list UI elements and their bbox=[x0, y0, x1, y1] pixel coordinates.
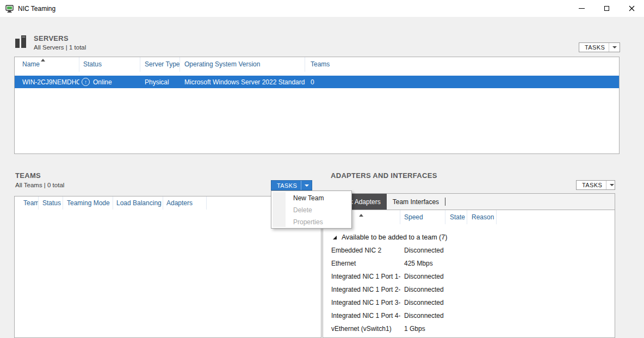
adapters-tabstrip: Network Adapters Team Interfaces bbox=[323, 193, 615, 210]
teams-subtitle: All Teams | 0 total bbox=[15, 182, 64, 188]
maximize-icon bbox=[604, 6, 609, 11]
server-os-version: Microsoft Windows Server 2022 Standard bbox=[180, 78, 305, 86]
servers-tasks-label: TASKS bbox=[585, 44, 605, 51]
tab-team-interfaces[interactable]: Team Interfaces bbox=[387, 194, 445, 210]
adapter-speed: 425 Mbps bbox=[400, 260, 433, 267]
menu-item-new-team[interactable]: New Team bbox=[271, 192, 351, 204]
servers-col-name[interactable]: Name bbox=[15, 57, 79, 72]
maximize-button[interactable] bbox=[594, 0, 619, 17]
menu-item-delete: Delete bbox=[271, 204, 351, 216]
server-teams-count: 0 bbox=[305, 78, 619, 86]
servers-stack-icon bbox=[15, 35, 28, 49]
adapter-name: Embedded NIC 2 bbox=[323, 247, 400, 254]
chevron-down-icon bbox=[609, 43, 620, 52]
adapters-col-reason[interactable]: Reason bbox=[467, 210, 497, 224]
expanded-group-triangle-icon bbox=[333, 236, 337, 239]
server-row[interactable]: WIN-2CJ9NEMDHO6 ↑ Online Physical Micros… bbox=[15, 76, 619, 88]
servers-table-header: Name Status Server Type Operating System… bbox=[15, 57, 619, 72]
adapters-tasks-button[interactable]: TASKS bbox=[576, 180, 615, 190]
adapter-name: Integrated NIC 1 Port 2-1 bbox=[323, 286, 400, 293]
adapter-speed: Disconnected bbox=[400, 312, 444, 319]
chevron-down-icon bbox=[606, 181, 617, 189]
teams-col-adapters[interactable]: Adapters bbox=[163, 196, 207, 210]
adapter-row[interactable]: Integrated NIC 1 Port 3-1 Disconnected bbox=[323, 296, 615, 309]
adapter-name: Integrated NIC 1 Port 1-1 bbox=[323, 273, 400, 280]
adapter-group-label: Available to be added to a team (7) bbox=[342, 233, 447, 241]
adapters-col-speed[interactable]: Speed bbox=[400, 210, 445, 224]
adapters-list: Speed State Reason Available to be added… bbox=[323, 210, 615, 338]
title-bar: NIC Teaming bbox=[0, 0, 644, 17]
adapter-speed: 1 Gbps bbox=[400, 325, 425, 333]
sort-ascending-icon bbox=[41, 59, 45, 62]
servers-col-os-version[interactable]: Operating System Version bbox=[180, 57, 305, 72]
teams-heading: TEAMS bbox=[15, 171, 41, 180]
server-type: Physical bbox=[140, 78, 180, 86]
teams-col-status[interactable]: Status bbox=[39, 196, 63, 210]
adapter-name: vEthernet (vSwitch1) bbox=[323, 325, 400, 333]
servers-tasks-button[interactable]: TASKS bbox=[579, 42, 620, 52]
adapter-row[interactable]: Embedded NIC 2 Disconnected bbox=[323, 244, 615, 257]
tab-divider bbox=[445, 198, 445, 206]
adapters-col-state[interactable]: State bbox=[445, 210, 467, 224]
sort-ascending-icon bbox=[359, 214, 363, 217]
adapter-name: Ethernet bbox=[323, 260, 400, 267]
adapters-col-filler bbox=[497, 210, 615, 224]
adapter-row[interactable]: Integrated NIC 1 Port 1-1 Disconnected bbox=[323, 270, 615, 283]
minimize-icon bbox=[579, 8, 585, 9]
adapter-row[interactable]: Ethernet 425 Mbps bbox=[323, 257, 615, 270]
adapter-row[interactable]: vEthernet (vSwitch1) 1 Gbps bbox=[323, 322, 615, 335]
adapters-list-header: Speed State Reason bbox=[323, 210, 615, 224]
close-icon bbox=[629, 5, 635, 11]
teams-tasks-menu: New Team Delete Properties bbox=[271, 190, 352, 229]
servers-col-status[interactable]: Status bbox=[79, 57, 140, 72]
adapter-speed: Disconnected bbox=[400, 286, 444, 293]
chevron-down-icon bbox=[301, 181, 312, 190]
adapter-group-header[interactable]: Available to be added to a team (7) bbox=[323, 231, 615, 244]
adapters-tasks-label: TASKS bbox=[582, 182, 602, 188]
app-icon bbox=[5, 4, 14, 13]
server-status-cell: ↑ Online bbox=[79, 78, 140, 86]
servers-subtitle: All Servers | 1 total bbox=[34, 44, 86, 51]
teams-col-load-balancing[interactable]: Load Balancing bbox=[113, 196, 163, 210]
teams-tasks-button[interactable]: TASKS bbox=[271, 180, 312, 190]
servers-table: Name Status Server Type Operating System… bbox=[14, 57, 620, 154]
servers-heading: SERVERS bbox=[34, 34, 69, 42]
adapter-speed: Disconnected bbox=[400, 273, 444, 280]
server-status: Online bbox=[93, 78, 112, 86]
close-button[interactable] bbox=[619, 0, 644, 17]
servers-col-server-type[interactable]: Server Type bbox=[140, 57, 180, 72]
teams-col-team[interactable]: Team bbox=[15, 196, 39, 210]
minimize-button[interactable] bbox=[569, 0, 594, 17]
server-name: WIN-2CJ9NEMDHO6 bbox=[15, 78, 79, 86]
menu-item-properties: Properties bbox=[271, 216, 351, 228]
window-title: NIC Teaming bbox=[18, 5, 55, 13]
adapter-name: Integrated NIC 1 Port 3-1 bbox=[323, 299, 400, 306]
adapter-name: Integrated NIC 1 Port 4-1 bbox=[323, 312, 400, 319]
adapter-row[interactable]: Integrated NIC 1 Port 4-1 Disconnected bbox=[323, 309, 615, 322]
adapter-speed: Disconnected bbox=[400, 299, 444, 306]
servers-col-teams[interactable]: Teams bbox=[305, 57, 619, 72]
up-arrow-circle-online-icon: ↑ bbox=[82, 78, 90, 86]
teams-tasks-label: TASKS bbox=[277, 182, 297, 189]
adapter-row[interactable]: Integrated NIC 1 Port 2-1 Disconnected bbox=[323, 283, 615, 296]
teams-col-teaming-mode[interactable]: Teaming Mode bbox=[63, 196, 113, 210]
adapters-heading: ADAPTERS AND INTERFACES bbox=[331, 171, 437, 180]
adapter-speed: Disconnected bbox=[400, 247, 444, 254]
